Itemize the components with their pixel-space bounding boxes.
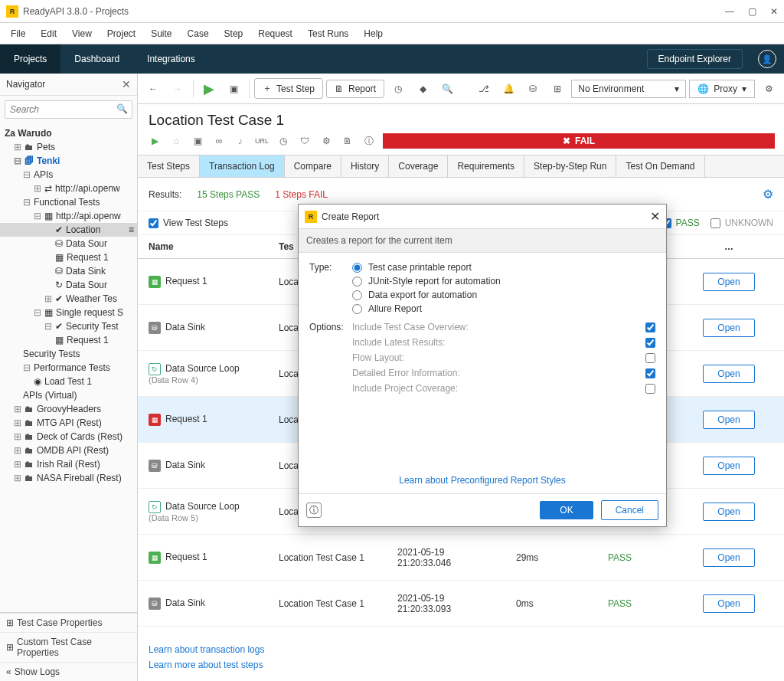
open-button[interactable]: Open [703, 365, 754, 383]
tc-run-icon[interactable]: ▶ [147, 133, 162, 149]
ok-button[interactable]: OK [540, 501, 593, 519]
tc-record-icon[interactable]: ▣ [190, 133, 205, 149]
close-icon[interactable]: ✕ [770, 6, 778, 17]
col-actions[interactable]: … [684, 241, 773, 252]
gear-icon[interactable]: ⚙ [758, 78, 779, 100]
menu-step[interactable]: Step [217, 25, 251, 42]
tree-security-tests[interactable]: Security Tests [0, 347, 137, 361]
tree-root[interactable]: Za Warudo [0, 126, 137, 140]
cancel-button[interactable]: Cancel [601, 500, 658, 520]
menu-view[interactable]: View [64, 25, 100, 42]
tab-step-by-step[interactable]: Step-by-Step Run [524, 156, 616, 177]
tree-deck[interactable]: ⊞🖿Deck of Cards (Rest) [0, 430, 137, 444]
tree-omdb[interactable]: ⊞🖿OMDB API (Rest) [0, 444, 137, 457]
gauge-icon[interactable]: ◷ [387, 78, 409, 100]
option-checkbox[interactable] [645, 322, 655, 332]
user-avatar-icon[interactable]: 👤 [758, 50, 776, 68]
view-test-steps-checkbox[interactable]: View Test Steps [149, 218, 228, 228]
tc-doc-icon[interactable]: 🗎 [340, 133, 355, 149]
tc-key-icon[interactable]: 𝆕 [233, 133, 248, 149]
bell-icon[interactable]: 🔔 [498, 78, 519, 100]
filter-pass[interactable]: PASS [662, 218, 700, 228]
structure-icon[interactable]: ⊞ [547, 78, 568, 100]
database-icon[interactable]: ⛁ [522, 78, 544, 100]
forward-icon[interactable]: → [167, 78, 188, 100]
open-button[interactable]: Open [703, 273, 754, 291]
filter-unknown[interactable]: UNKNOWN [710, 218, 773, 228]
radio-dataexport[interactable]: Data export for automation [352, 290, 655, 300]
nav-dashboard[interactable]: Dashboard [60, 44, 133, 74]
run-icon[interactable]: ▶ [198, 78, 220, 100]
tc-gear-icon[interactable]: ⚙ [318, 133, 334, 149]
maximize-icon[interactable]: ▢ [748, 6, 756, 17]
show-logs[interactable]: «Show Logs [0, 662, 137, 681]
nav-projects[interactable]: Projects [0, 44, 60, 74]
radio-allure[interactable]: Allure Report [352, 303, 655, 314]
tree-datasource2[interactable]: ↻Data Sour [0, 278, 137, 292]
tree-tenki[interactable]: ⊟🗐Tenki [0, 154, 137, 168]
tree-api-url[interactable]: ⊞⇄http://api.openw [0, 182, 137, 195]
tc-url-icon[interactable]: URL [254, 133, 270, 149]
tree-datasink[interactable]: ⛁Data Sink [0, 264, 137, 278]
menu-edit[interactable]: Edit [33, 25, 64, 42]
open-button[interactable]: Open [703, 594, 754, 613]
tc-shield-icon[interactable]: 🛡 [297, 133, 312, 149]
tree-request1b[interactable]: ▦Request 1 [0, 333, 137, 347]
custom-tc-properties[interactable]: ⊞Custom Test Case Properties [0, 632, 137, 662]
tree-api-url2[interactable]: ⊟▦http://api.openw [0, 209, 137, 223]
minimize-icon[interactable]: — [725, 6, 734, 17]
menu-suite[interactable]: Suite [143, 25, 179, 42]
tree-groovy[interactable]: ⊞🖿GroovyHeaders [0, 402, 137, 416]
learn-transaction-logs-link[interactable]: Learn about transaction logs [149, 644, 773, 655]
nav-integrations[interactable]: Integrations [133, 44, 209, 74]
add-test-step-button[interactable]: ＋Test Step [254, 78, 323, 99]
tree-apis[interactable]: ⊟APIs [0, 168, 137, 182]
tree-weather[interactable]: ⊞✔Weather Tes [0, 292, 137, 306]
menu-request[interactable]: Request [250, 25, 300, 42]
tree-security[interactable]: ⊟✔Security Test [0, 319, 137, 333]
open-button[interactable]: Open [703, 548, 754, 567]
tab-test-steps[interactable]: Test Steps [138, 156, 200, 177]
table-row[interactable]: ⛁Data Sink Location Test Case 1 2021-05-… [138, 581, 784, 627]
tab-transaction-log[interactable]: Transaction Log [200, 156, 285, 177]
report-button[interactable]: 🗎Report [326, 80, 384, 98]
tab-compare[interactable]: Compare [285, 156, 341, 177]
open-button[interactable]: Open [703, 319, 754, 337]
tc-loop-icon[interactable]: ∞ [211, 133, 227, 149]
option-checkbox[interactable] [645, 368, 655, 378]
tab-requirements[interactable]: Requirements [448, 156, 524, 177]
learn-report-styles-link[interactable]: Learn about Preconfigured Report Styles [399, 475, 565, 486]
endpoint-explorer-button[interactable]: Endpoint Explorer [647, 49, 743, 69]
option-checkbox[interactable] [645, 353, 655, 363]
results-gear-icon[interactable]: ⚙ [763, 187, 773, 201]
tree-nasa[interactable]: ⊞🖿NASA Fireball (Rest) [0, 471, 137, 485]
radio-junit[interactable]: JUnit-Style report for automation [352, 276, 655, 286]
tree-single-req[interactable]: ⊟▦Single request S [0, 306, 137, 319]
test-case-properties[interactable]: ⊞Test Case Properties [0, 613, 137, 632]
menu-help[interactable]: Help [356, 25, 390, 42]
tree-datasource[interactable]: ⛁Data Sour [0, 237, 137, 250]
navigator-close-icon[interactable]: ✕ [122, 78, 131, 90]
radio-printable[interactable]: Test case printable report [352, 262, 655, 273]
tree-functional-tests[interactable]: ⊟Functional Tests [0, 195, 137, 209]
branch-icon[interactable]: ⎇ [473, 78, 495, 100]
option-checkbox[interactable] [645, 338, 655, 348]
back-icon[interactable]: ← [142, 78, 164, 100]
diamond-icon[interactable]: ◆ [412, 78, 433, 100]
tc-clock-icon[interactable]: ◷ [276, 133, 291, 149]
tab-history[interactable]: History [341, 156, 389, 177]
tree-load-test[interactable]: ◉Load Test 1 [0, 375, 137, 388]
dialog-close-icon[interactable]: ✕ [650, 209, 660, 224]
save-icon[interactable]: ▣ [223, 78, 244, 100]
tab-test-on-demand[interactable]: Test On Demand [616, 156, 704, 177]
tree-apis-virtual[interactable]: APIs (Virtual) [0, 388, 137, 402]
menu-file[interactable]: File [3, 25, 33, 42]
tree-perf-tests[interactable]: ⊟Performance Tests [0, 361, 137, 375]
table-row[interactable]: ▦Request 1 Location Test Case 1 2021-05-… [138, 535, 784, 581]
option-checkbox[interactable] [645, 384, 655, 394]
tree-location[interactable]: ✔Location≡ [0, 223, 137, 237]
tree-pets[interactable]: ⊞🖿Pets [0, 140, 137, 154]
tc-info-icon[interactable]: ⓘ [361, 133, 377, 149]
dialog-info-icon[interactable]: ⓘ [306, 503, 322, 518]
open-button[interactable]: Open [703, 457, 754, 475]
